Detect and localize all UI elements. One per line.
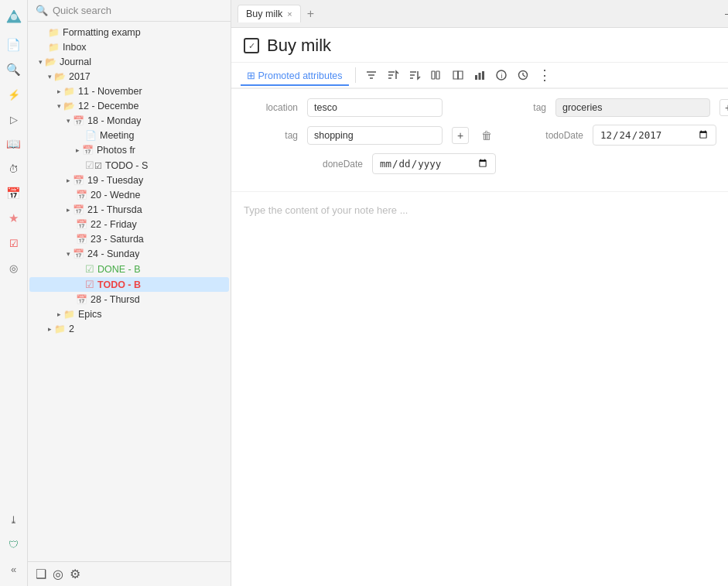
history-icon[interactable] xyxy=(514,66,532,84)
tree-item-label: 12 - Decembe xyxy=(78,101,139,111)
chevron-down-icon xyxy=(57,102,61,110)
more-options-icon[interactable]: ⋮ xyxy=(535,66,554,84)
calendar-icon xyxy=(76,234,87,245)
list-item[interactable]: 12 - Decembe xyxy=(29,99,229,113)
active-tab[interactable]: Buy milk × xyxy=(238,5,301,22)
chevron-right-icon xyxy=(67,176,70,184)
list-item[interactable]: 22 - Friday xyxy=(29,218,229,231)
tree-item-label: 2017 xyxy=(69,71,91,82)
svg-point-1 xyxy=(11,14,17,20)
folder-open-icon xyxy=(45,57,56,67)
list-item[interactable]: 2017 xyxy=(29,70,229,84)
calendar-icon xyxy=(82,145,94,156)
list-item[interactable]: 21 - Thursda xyxy=(29,203,229,217)
tag-input-2[interactable] xyxy=(307,126,443,145)
chevron-right-icon xyxy=(76,146,80,154)
tab-promoted-attributes[interactable]: ⊞ Promoted attributes xyxy=(241,67,349,86)
list-item[interactable]: 28 - Thursd xyxy=(29,293,229,307)
tree-item-label: Meeting xyxy=(100,130,134,141)
calendar-icon[interactable]: 📅 xyxy=(3,183,25,204)
filter-icon[interactable] xyxy=(362,66,381,84)
minimize-button[interactable]: — xyxy=(724,9,728,19)
list-item[interactable]: Formatting examp xyxy=(29,26,229,39)
search-icon[interactable]: 🔍 xyxy=(3,59,25,81)
tab-close-button[interactable]: × xyxy=(287,9,292,19)
sidebar-item-november[interactable]: 11 - November xyxy=(29,84,229,98)
attribute-row-1: location tag + 🗑 xyxy=(244,98,728,117)
checkbox-symbol: ✓ xyxy=(248,41,255,51)
info-icon[interactable]: i xyxy=(492,66,511,84)
list-item[interactable]: 20 - Wedne xyxy=(29,188,229,202)
list-item[interactable]: 24 - Sunday xyxy=(29,247,229,261)
book-icon[interactable]: 📖 xyxy=(3,133,25,155)
list-item[interactable]: Epics xyxy=(29,307,229,321)
list-item[interactable]: Photos fr xyxy=(29,143,229,157)
note-content-area[interactable]: Type the content of your note here ... xyxy=(231,192,728,586)
toolbar: ⊞ Promoted attributes xyxy=(231,63,728,89)
tree-item-label: 18 - Monday xyxy=(87,115,141,126)
chevron-right-icon xyxy=(57,310,61,318)
list-item[interactable]: Meeting xyxy=(29,129,229,142)
list-item[interactable]: 23 - Saturda xyxy=(29,232,229,246)
svg-text:i: i xyxy=(501,72,502,80)
folder-icon xyxy=(63,86,75,97)
sort-desc-icon[interactable] xyxy=(405,66,424,84)
clock-icon[interactable]: ⏱ xyxy=(3,158,25,180)
donedate-input[interactable] xyxy=(372,153,496,174)
settings-icon[interactable]: ⚙ xyxy=(70,567,80,581)
sort-asc-icon[interactable] xyxy=(384,66,402,84)
list-item[interactable]: ☑ TODO - S xyxy=(29,158,229,173)
columns-icon[interactable] xyxy=(427,66,446,84)
star-icon[interactable]: ★ xyxy=(3,207,25,229)
calendar-icon xyxy=(76,219,87,230)
collapse-sidebar-icon[interactable]: « xyxy=(3,558,25,580)
tag-label-2: tag xyxy=(244,130,298,141)
sidebar: 🔍 Quick search Formatting examp Inbox Jo… xyxy=(28,0,231,586)
add-tag-2-button[interactable]: + xyxy=(452,127,469,144)
send-icon[interactable]: ▷ xyxy=(3,108,25,130)
list-item[interactable]: 2 xyxy=(29,322,229,336)
export-icon[interactable]: ⤓ xyxy=(3,509,25,530)
svg-rect-18 xyxy=(482,71,484,80)
sidebar-item-journal[interactable]: Journal xyxy=(29,55,229,69)
note-title[interactable]: Buy milk xyxy=(267,36,331,56)
layers-icon[interactable]: ❑ xyxy=(36,567,46,581)
tag-input-1[interactable] xyxy=(555,98,710,117)
tree-item-label: DONE - B xyxy=(97,264,141,275)
folder-icon xyxy=(63,309,75,320)
chevron-down-icon xyxy=(48,73,52,81)
location-input[interactable] xyxy=(307,98,443,117)
book-toolbar-icon[interactable] xyxy=(449,66,467,84)
note-checkbox[interactable]: ✓ xyxy=(244,38,259,53)
tree-item-label: Photos fr xyxy=(97,145,135,156)
todo-list-icon[interactable]: ☑ xyxy=(3,232,25,254)
list-item[interactable]: ☑ DONE - B xyxy=(29,262,229,276)
delete-tag-2-button[interactable]: 🗑 xyxy=(478,127,495,144)
chevron-down-icon xyxy=(67,117,70,125)
note-icon[interactable]: 📄 xyxy=(3,34,25,56)
lightning-icon[interactable]: ⚡ xyxy=(3,84,25,105)
todo-active-icon: ☑ xyxy=(85,279,94,290)
logo-icon[interactable] xyxy=(3,6,25,28)
folder-icon xyxy=(54,324,66,334)
search-placeholder: Quick search xyxy=(53,5,111,16)
note-header: ✓ Buy milk xyxy=(231,28,728,63)
chevron-right-icon xyxy=(48,325,52,333)
list-item[interactable]: Inbox xyxy=(29,40,229,54)
list-item[interactable]: 18 - Monday xyxy=(29,114,229,128)
tree-item-label: TODO - S xyxy=(105,160,148,171)
globe-icon[interactable]: ◎ xyxy=(3,257,25,279)
target-icon[interactable]: ◎ xyxy=(53,567,63,581)
chart-icon[interactable] xyxy=(470,66,489,84)
list-item[interactable]: 19 - Tuesday xyxy=(29,173,229,187)
tododate-input[interactable] xyxy=(593,125,716,146)
active-todo-item[interactable]: ☑ TODO - B xyxy=(29,277,229,292)
search-icon: 🔍 xyxy=(36,5,48,16)
tree-item-label: 28 - Thursd xyxy=(91,294,140,305)
sidebar-search-bar[interactable]: 🔍 Quick search xyxy=(28,0,231,22)
shield-icon[interactable]: 🛡 xyxy=(3,533,25,555)
add-tag-button[interactable]: + xyxy=(719,99,728,116)
svg-rect-17 xyxy=(478,73,480,80)
sidebar-bottom-bar: ❑ ◎ ⚙ xyxy=(28,561,231,586)
new-tab-button[interactable]: + xyxy=(302,7,319,21)
